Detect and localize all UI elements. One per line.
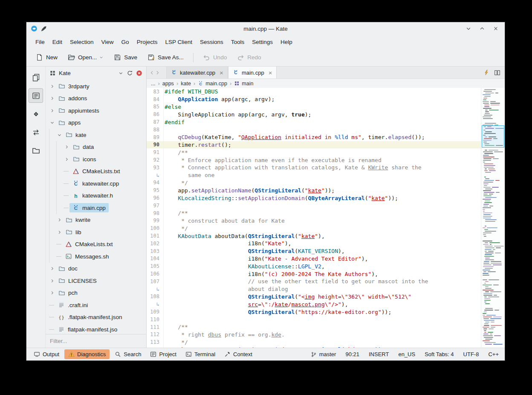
tree-item-katewaiter-cpp[interactable]: Ckatewaiter.cpp <box>49 177 146 190</box>
tree-item-katewaiter-h[interactable]: hkatewaiter.h <box>49 190 146 202</box>
expander-icon[interactable] <box>49 95 55 102</box>
toolbar-save-as-button[interactable]: Save As... <box>143 51 188 64</box>
tree-item-craft-ini[interactable]: .craft.ini <box>49 299 146 311</box>
line-number[interactable]: 86 <box>147 110 164 118</box>
status-diagnostics-button[interactable]: Diagnostics <box>64 349 110 359</box>
tab-main-cpp[interactable]: Cmain.cpp× <box>228 67 277 78</box>
dock-projects-button[interactable] <box>29 88 43 103</box>
close-project-button[interactable] <box>136 70 142 76</box>
line-number[interactable]: 114 <box>147 346 164 348</box>
tree-item-main-cpp[interactable]: Cmain.cpp <box>49 202 146 214</box>
toolbar-undo-button[interactable]: Undo <box>199 51 231 64</box>
line-number[interactable]: 101 <box>147 232 164 240</box>
menu-edit[interactable]: Edit <box>49 37 66 47</box>
menu-lsp-client[interactable]: LSP Client <box>161 37 196 47</box>
menu-selection[interactable]: Selection <box>66 37 98 47</box>
breadcrumb-kate[interactable]: kate <box>181 81 191 87</box>
tree-item-cmakelists-txt[interactable]: CMakeLists.txt <box>49 166 146 178</box>
tree-item-doc[interactable]: doc <box>49 263 146 275</box>
line-number[interactable]: 105 <box>147 262 164 270</box>
status-git-branch[interactable]: master <box>311 351 336 357</box>
tree-item-addons[interactable]: addons <box>49 93 146 105</box>
line-number[interactable]: 108 <box>147 293 164 301</box>
expander-icon[interactable] <box>64 156 70 163</box>
line-number[interactable]: 107 <box>147 278 164 285</box>
line-number[interactable]: ↳ <box>147 171 164 179</box>
line-number[interactable]: 97 <box>147 202 164 209</box>
tree-item-3rdparty[interactable]: 3rdparty <box>49 80 146 93</box>
breadcrumb-main[interactable]: main <box>234 81 253 87</box>
menu-sessions[interactable]: Sessions <box>196 37 227 47</box>
tree-item-messages-sh[interactable]: Messages.sh <box>49 250 146 263</box>
expander-icon[interactable] <box>56 132 63 138</box>
status-context-button[interactable]: Context <box>220 349 256 359</box>
tree-item-apps[interactable]: apps <box>49 117 146 129</box>
tree-item-icons[interactable]: icons <box>49 153 146 166</box>
expander-icon[interactable] <box>49 119 55 126</box>
breadcrumb-main-cpp[interactable]: Cmain.cpp <box>198 81 227 87</box>
tree-item-kate[interactable]: kate <box>49 129 146 141</box>
tab-history-back-button[interactable] <box>149 70 155 76</box>
line-number[interactable]: 96 <box>147 194 164 202</box>
breadcrumb-apps[interactable]: apps <box>162 81 174 87</box>
line-number[interactable]: 110 <box>147 316 164 323</box>
line-number[interactable]: 109 <box>147 308 164 316</box>
status-cursor-position[interactable]: 90:21 <box>345 351 359 357</box>
menu-settings[interactable]: Settings <box>248 37 277 47</box>
line-number[interactable]: 99 <box>147 217 164 225</box>
line-number[interactable]: 98 <box>147 209 164 217</box>
status-encoding[interactable]: UTF-8 <box>463 351 479 357</box>
tree-item-data[interactable]: data <box>49 141 146 154</box>
code-editor[interactable]: 83#ifdef WITH_DBUS84 QApplication app(ar… <box>147 88 505 348</box>
line-number[interactable]: 85 <box>147 103 164 111</box>
expander-icon[interactable] <box>56 217 63 223</box>
menu-projects[interactable]: Projects <box>133 37 162 47</box>
expander-icon[interactable] <box>49 278 55 284</box>
line-number[interactable]: 111 <box>147 323 164 331</box>
status-project-button[interactable]: Project <box>146 349 180 359</box>
close-button[interactable] <box>493 26 499 32</box>
tree-item-licenses[interactable]: LICENSES <box>49 275 146 287</box>
line-number[interactable]: 90 <box>147 141 164 149</box>
status-search-button[interactable]: Search <box>111 349 145 359</box>
dock-git-button[interactable] <box>29 107 43 121</box>
line-number[interactable]: 106 <box>147 270 164 278</box>
line-number[interactable]: 100 <box>147 224 164 232</box>
project-select-caret-icon[interactable] <box>118 70 124 76</box>
menu-tools[interactable]: Tools <box>227 37 249 47</box>
status-input-mode[interactable]: INSERT <box>369 351 389 357</box>
line-number[interactable]: ↳ <box>147 300 164 308</box>
tree-item-flatpak-manifest-jso[interactable]: flatpak-manifest.jso <box>49 323 146 334</box>
tree-item-lib[interactable]: lib <box>49 226 146 238</box>
dock-documents-button[interactable] <box>29 70 43 84</box>
menu-help[interactable]: Help <box>277 37 296 47</box>
tab-katewaiter-cpp[interactable]: Ckatewaiter.cpp× <box>166 67 228 78</box>
line-number[interactable]: 103 <box>147 247 164 255</box>
expander-icon[interactable] <box>49 107 55 114</box>
line-number[interactable]: 84 <box>147 96 164 103</box>
minimize-button[interactable] <box>466 26 471 32</box>
toolbar-new-button[interactable]: New <box>32 51 62 64</box>
menu-file[interactable]: File <box>32 37 49 47</box>
expander-icon[interactable] <box>56 229 63 235</box>
status-terminal-button[interactable]: Terminal <box>182 349 219 359</box>
split-view-icon[interactable] <box>494 70 500 76</box>
menu-view[interactable]: View <box>98 37 118 47</box>
breadcrumb-collapsed[interactable]: ... <box>151 81 155 87</box>
status-output-button[interactable]: Output <box>30 349 63 359</box>
line-number[interactable]: 88 <box>147 126 164 134</box>
minimap-scrollbar[interactable] <box>481 88 505 348</box>
line-number[interactable]: 93 <box>147 164 164 171</box>
toolbar-redo-button[interactable]: Redo <box>233 51 265 64</box>
line-number[interactable]: 104 <box>147 255 164 263</box>
status-tab-mode[interactable]: Soft Tabs: 4 <box>425 351 454 357</box>
refresh-project-button[interactable] <box>127 70 133 76</box>
line-number[interactable]: 113 <box>147 338 164 346</box>
toolbar-save-button[interactable]: Save <box>110 51 142 64</box>
maximize-button[interactable] <box>479 26 485 32</box>
project-title[interactable]: Kate <box>59 70 71 76</box>
line-number[interactable]: 95 <box>147 186 164 194</box>
dock-filesystem-button[interactable] <box>29 143 43 158</box>
dock-symbols-button[interactable] <box>29 125 43 139</box>
expander-icon[interactable] <box>49 83 55 90</box>
